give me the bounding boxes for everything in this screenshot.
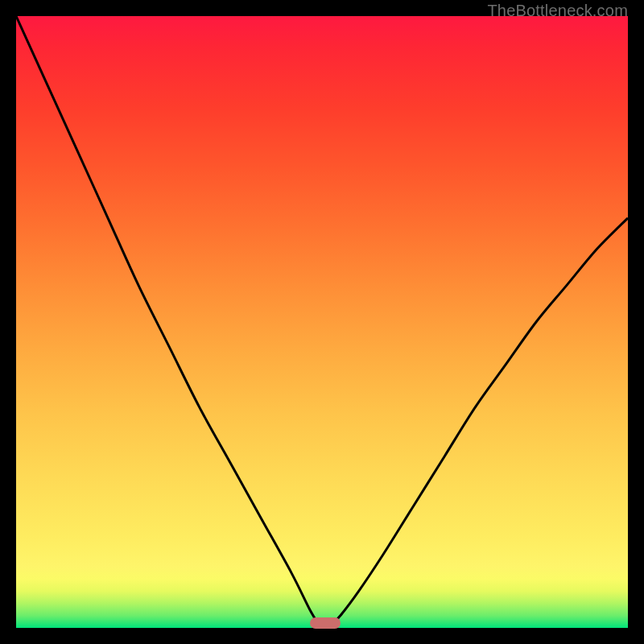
curve-svg: [16, 16, 628, 628]
chart-container: TheBottleneck.com: [0, 0, 644, 644]
plot-area: [16, 16, 628, 628]
optimum-marker: [310, 617, 341, 629]
curve-left: [16, 16, 319, 625]
curve-right: [331, 218, 628, 625]
